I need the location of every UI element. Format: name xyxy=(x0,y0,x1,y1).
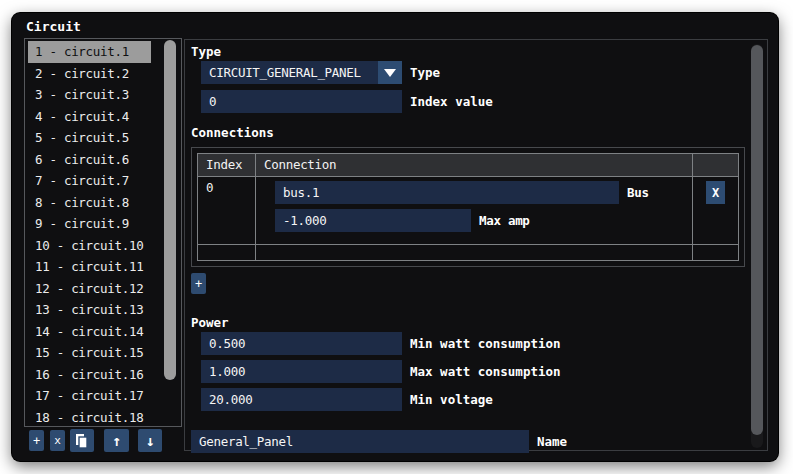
delete-circuit-button[interactable]: x xyxy=(50,430,65,451)
panel-scrollbar-thumb[interactable] xyxy=(751,45,763,435)
connections-section-heading: Connections xyxy=(191,125,274,140)
copy-icon xyxy=(75,433,89,449)
x-icon: x xyxy=(54,434,61,447)
min-voltage-value-text: 20.000 xyxy=(201,392,252,407)
add-connection-button[interactable]: + xyxy=(191,273,206,294)
list-item[interactable]: 8 - circuit.8 xyxy=(28,192,151,214)
min-voltage-label: Min voltage xyxy=(410,388,493,411)
move-up-button[interactable]: ↑ xyxy=(104,429,129,452)
chevron-down-icon xyxy=(384,69,396,77)
max-amp-label: Max amp xyxy=(479,209,530,232)
min-watt-value-text: 0.500 xyxy=(201,336,245,351)
plus-icon: + xyxy=(195,277,202,291)
properties-panel: Type CIRCUIT_GENERAL_PANEL Type 0 Index … xyxy=(184,39,768,451)
list-item[interactable]: 10 - circuit.10 xyxy=(28,235,151,257)
max-amp-value-text: -1.000 xyxy=(275,213,326,228)
circuit-list-scrollbar[interactable] xyxy=(164,40,176,380)
type-dropdown[interactable]: CIRCUIT_GENERAL_PANEL xyxy=(201,61,402,84)
name-input[interactable]: General_Panel xyxy=(191,430,529,453)
arrow-up-icon: ↑ xyxy=(112,432,121,450)
empty-row-actions-cell xyxy=(693,245,738,260)
type-dropdown-value: CIRCUIT_GENERAL_PANEL xyxy=(201,65,361,80)
min-watt-input[interactable]: 0.500 xyxy=(201,332,402,355)
min-watt-label: Min watt consumption xyxy=(410,332,561,355)
remove-connection-button[interactable]: X xyxy=(706,181,725,204)
list-item[interactable]: 17 - circuit.17 xyxy=(28,385,151,407)
index-value-input[interactable]: 0 xyxy=(201,90,402,113)
list-item[interactable]: 18 - circuit.18 xyxy=(28,407,151,428)
circuit-editor-window: Circuit 1 - circuit.12 - circuit.23 - ci… xyxy=(12,13,778,461)
list-item[interactable]: 15 - circuit.15 xyxy=(28,342,151,364)
name-label: Name xyxy=(537,430,567,453)
list-item[interactable]: 5 - circuit.5 xyxy=(28,127,151,149)
list-item[interactable]: 12 - circuit.12 xyxy=(28,278,151,300)
list-item[interactable]: 1 - circuit.1 xyxy=(28,41,151,63)
list-item[interactable]: 16 - circuit.16 xyxy=(28,364,151,386)
connections-group-box: Index Connection 0 bus.1 Bus -1.000 Max … xyxy=(191,147,745,267)
index-value-label: Index value xyxy=(410,90,493,113)
empty-row-connection-cell xyxy=(256,245,693,260)
list-item[interactable]: 11 - circuit.11 xyxy=(28,256,151,278)
bus-label: Bus xyxy=(627,181,649,204)
list-item[interactable]: 4 - circuit.4 xyxy=(28,106,151,128)
name-value-text: General_Panel xyxy=(191,434,293,449)
max-watt-input[interactable]: 1.000 xyxy=(201,360,402,383)
circuit-list: 1 - circuit.12 - circuit.23 - circuit.34… xyxy=(24,38,182,427)
empty-row-index-cell xyxy=(198,245,256,260)
bus-value-text: bus.1 xyxy=(275,185,319,200)
list-item[interactable]: 13 - circuit.13 xyxy=(28,299,151,321)
page-title: Circuit xyxy=(26,19,81,34)
list-item[interactable]: 3 - circuit.3 xyxy=(28,84,151,106)
dropdown-arrow-button[interactable] xyxy=(378,61,402,84)
arrow-down-icon: ↓ xyxy=(145,432,154,450)
type-section-heading: Type xyxy=(191,44,221,59)
list-item[interactable]: 7 - circuit.7 xyxy=(28,170,151,192)
min-voltage-input[interactable]: 20.000 xyxy=(201,388,402,411)
column-header-index: Index xyxy=(198,154,256,177)
max-amp-input[interactable]: -1.000 xyxy=(275,209,471,232)
move-down-button[interactable]: ↓ xyxy=(138,429,162,452)
connection-row-actions: X xyxy=(693,177,738,245)
type-field-label: Type xyxy=(410,61,440,84)
duplicate-circuit-button[interactable] xyxy=(70,429,94,452)
list-item[interactable]: 9 - circuit.9 xyxy=(28,213,151,235)
add-circuit-button[interactable]: + xyxy=(29,430,44,451)
connection-row-cell: bus.1 Bus -1.000 Max amp xyxy=(256,177,693,245)
connection-row-index: 0 xyxy=(198,177,256,245)
max-watt-label: Max watt consumption xyxy=(410,360,561,383)
list-item[interactable]: 2 - circuit.2 xyxy=(28,63,151,85)
index-value-text: 0 xyxy=(201,94,216,109)
power-section-heading: Power xyxy=(191,315,229,330)
column-header-actions xyxy=(693,154,738,177)
column-header-connection: Connection xyxy=(256,154,693,177)
list-item[interactable]: 6 - circuit.6 xyxy=(28,149,151,171)
list-item[interactable]: 14 - circuit.14 xyxy=(28,321,151,343)
max-watt-value-text: 1.000 xyxy=(201,364,245,379)
connections-table: Index Connection 0 bus.1 Bus -1.000 Max … xyxy=(197,153,739,261)
plus-icon: + xyxy=(33,434,40,448)
bus-input[interactable]: bus.1 xyxy=(275,181,619,204)
